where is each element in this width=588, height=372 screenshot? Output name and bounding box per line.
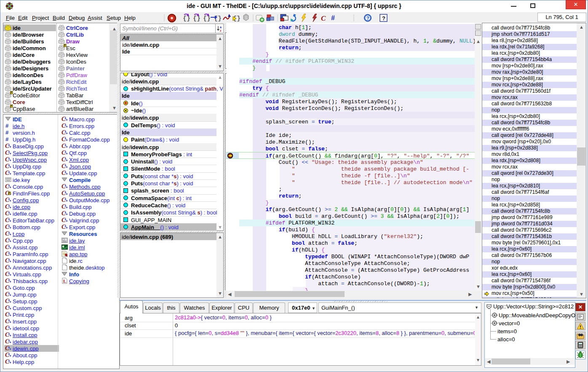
svg-text:{}: {}	[193, 15, 200, 22]
svg-text:?: ?	[382, 15, 385, 21]
svg-text:S: S	[245, 16, 248, 20]
svg-text:a: a	[220, 26, 222, 29]
svg-text:?: ?	[366, 16, 369, 21]
svg-text:{}: {}	[203, 15, 211, 22]
svg-text:C: C	[321, 14, 326, 22]
svg-text:{}: {}	[183, 15, 190, 22]
svg-text:#: #	[331, 14, 335, 21]
svg-text:z: z	[220, 29, 222, 32]
